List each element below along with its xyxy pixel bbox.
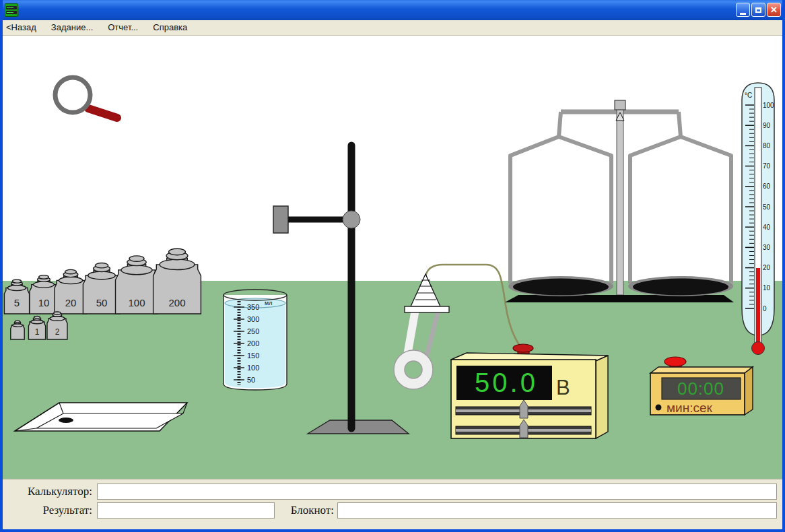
timer-caption: мин:сек [667, 401, 713, 415]
power-supply[interactable]: 50.0 В [451, 344, 608, 438]
balance-scales[interactable] [505, 100, 734, 302]
menu-item-back[interactable]: <Назад [0, 20, 44, 35]
svg-text:150: 150 [247, 352, 259, 360]
svg-text:200: 200 [247, 339, 259, 347]
result-input[interactable] [97, 502, 275, 519]
minimize-icon [740, 13, 746, 15]
weight-label: 5 [14, 297, 20, 308]
svg-text:70: 70 [763, 162, 771, 170]
menu-item-report[interactable]: Отчет... [100, 20, 145, 35]
weights-set: 5 10 20 50 100 200 1 2 [4, 248, 201, 339]
maximize-icon [755, 7, 761, 13]
menu-item-help[interactable]: Справка [145, 20, 195, 35]
beaker-unit: мл [265, 300, 272, 306]
weight-small[interactable] [11, 321, 24, 339]
timer-side [745, 367, 753, 415]
weight-label: 2 [55, 327, 60, 337]
power-supply-side [596, 356, 608, 438]
tray[interactable] [15, 403, 187, 431]
title-bar: ✕ [0, 0, 785, 20]
timer-top [650, 367, 753, 373]
notepad-label: Блокнот: [280, 504, 334, 517]
balance-column [617, 106, 623, 295]
svg-text:20: 20 [763, 264, 771, 271]
calculator-label: Калькулятор: [3, 485, 92, 498]
maximize-button[interactable] [751, 3, 765, 17]
svg-text:80: 80 [763, 142, 771, 149]
beaker[interactable]: 35030025020015010050 мл [224, 290, 287, 390]
svg-text:100: 100 [763, 102, 774, 109]
heater-base-plate [405, 306, 449, 312]
svg-text:0: 0 [763, 305, 767, 312]
svg-text:40: 40 [763, 224, 771, 231]
svg-text:300: 300 [247, 315, 259, 323]
heater-cone [411, 274, 440, 306]
mercury-column [756, 268, 760, 344]
weight-label: 1 [35, 327, 40, 337]
notepad-input[interactable] [337, 502, 777, 519]
voltage-readout: 50.0 [475, 368, 538, 397]
svg-text:50: 50 [247, 376, 255, 384]
weight-label: 100 [128, 297, 145, 308]
svg-text:50: 50 [763, 203, 771, 211]
stand-base [308, 420, 409, 434]
weight-label: 200 [168, 297, 185, 308]
voltage-unit: В [556, 376, 570, 399]
close-button[interactable]: ✕ [767, 3, 781, 17]
lab-workspace: 5 10 20 50 100 200 1 2 35030025020015010… [3, 36, 782, 479]
magnifier-icon[interactable] [55, 77, 117, 118]
tray-drain-hole [59, 418, 73, 423]
close-icon: ✕ [770, 5, 778, 14]
svg-text:100: 100 [247, 364, 259, 372]
lab-stand[interactable] [273, 145, 409, 434]
minimize-button[interactable] [736, 3, 750, 17]
magnifier-handle [88, 108, 117, 118]
stand-clamp-block[interactable] [273, 206, 288, 233]
menu-item-task[interactable]: Задание... [44, 20, 100, 35]
app-window: ✕ <Назад Задание... Отчет... Справка [0, 0, 785, 532]
stand-clamp-knob[interactable] [343, 211, 360, 228]
calculator-input[interactable] [97, 484, 777, 500]
thermometer[interactable]: °C 1009080706050403020100 [742, 83, 774, 355]
timer[interactable]: 00:00 мин:сек [650, 357, 753, 415]
svg-text:60: 60 [763, 182, 771, 190]
lab-scene: 5 10 20 50 100 200 1 2 35030025020015010… [3, 36, 782, 479]
heater-coil[interactable] [394, 274, 449, 389]
balance-right-hanger [630, 112, 731, 284]
magnifier-lens [55, 77, 90, 112]
balance-left-hanger [510, 112, 611, 284]
app-icon [5, 3, 18, 17]
svg-text:250: 250 [247, 327, 259, 335]
svg-text:350: 350 [247, 303, 259, 311]
balance-base [505, 295, 734, 302]
thermometer-bulb [752, 342, 765, 355]
balance-left-pan[interactable] [513, 279, 609, 296]
thermometer-unit: °C [745, 92, 752, 99]
weight-label: 50 [96, 297, 108, 308]
result-label: Результат: [3, 504, 92, 517]
weight-label: 10 [38, 297, 50, 308]
svg-text:30: 30 [763, 244, 771, 251]
svg-text:90: 90 [763, 122, 771, 129]
weight-label: 20 [65, 297, 77, 308]
balance-right-pan[interactable] [633, 279, 728, 296]
balance-cap [615, 100, 625, 110]
svg-text:10: 10 [763, 284, 771, 292]
timer-readout: 00:00 [677, 378, 724, 399]
timer-dot [656, 405, 662, 411]
menu-bar: <Назад Задание... Отчет... Справка [0, 20, 785, 36]
bottom-panel: Калькулятор: Результат: Блокнот: [3, 479, 782, 530]
